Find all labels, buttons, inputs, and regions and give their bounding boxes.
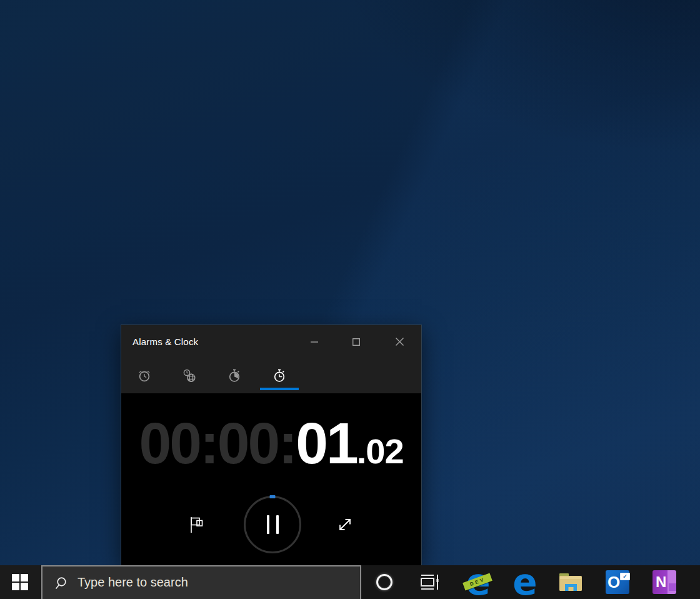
progress-tick xyxy=(270,495,276,498)
cortana-icon xyxy=(376,574,392,590)
edge-dev-icon: e DEV xyxy=(466,570,491,595)
file-explorer-icon xyxy=(558,571,583,593)
onenote-icon: N xyxy=(652,570,676,594)
cortana-button[interactable] xyxy=(374,565,395,599)
search-input[interactable]: Type here to search xyxy=(41,565,361,599)
stopwatch-time: 00:00:01.02 xyxy=(121,415,421,473)
edge-button[interactable]: e xyxy=(512,570,538,595)
expand-button[interactable] xyxy=(330,510,360,540)
pause-button[interactable] xyxy=(244,496,301,553)
world-clock-icon xyxy=(182,368,197,383)
outlook-letter: O xyxy=(608,573,620,592)
search-icon xyxy=(54,576,68,590)
tabstrip xyxy=(121,358,421,393)
titlebar[interactable]: Alarms & Clock xyxy=(121,325,421,358)
maximize-icon xyxy=(352,338,360,346)
window-title: Alarms & Clock xyxy=(132,325,198,358)
expand-arrows-icon xyxy=(337,516,353,533)
desktop-wallpaper: Alarms & Clock xyxy=(0,0,700,599)
onenote-corner-square xyxy=(669,583,676,591)
search-placeholder: Type here to search xyxy=(78,566,188,598)
tab-alarm[interactable] xyxy=(125,358,164,393)
minimize-icon xyxy=(311,341,318,343)
outlook-button[interactable]: O ✓ xyxy=(605,570,630,595)
flag-icon xyxy=(189,516,207,533)
timer-icon xyxy=(227,368,242,383)
tab-world-clock[interactable] xyxy=(170,358,209,393)
time-fraction: .02 xyxy=(357,431,404,471)
tab-stopwatch[interactable] xyxy=(260,358,299,393)
task-view-icon xyxy=(421,574,439,590)
edge-icon: e xyxy=(512,570,537,594)
alarm-clock-icon xyxy=(137,368,152,383)
stopwatch-panel: 00:00:01.02 xyxy=(121,393,421,565)
lap-button[interactable] xyxy=(183,510,213,540)
start-button[interactable] xyxy=(0,565,40,599)
onenote-letter: N xyxy=(656,573,666,591)
stopwatch-icon xyxy=(272,368,287,383)
onenote-button[interactable]: N xyxy=(652,570,677,595)
alarms-clock-window: Alarms & Clock xyxy=(121,325,422,565)
close-button[interactable] xyxy=(382,325,417,358)
tab-timer[interactable] xyxy=(215,358,254,393)
outlook-envelope-icon: ✓ xyxy=(620,573,630,580)
pause-icon xyxy=(267,515,279,534)
task-view-button[interactable] xyxy=(419,565,441,599)
selected-tab-indicator xyxy=(260,388,299,390)
maximize-button[interactable] xyxy=(339,325,374,358)
time-dim: 00:00: xyxy=(139,411,296,476)
file-explorer-button[interactable] xyxy=(558,570,583,595)
close-icon xyxy=(396,338,404,346)
edge-dev-button[interactable]: e DEV xyxy=(466,570,491,595)
taskbar: Type here to search e DEV e xyxy=(0,565,700,599)
time-main: 01 xyxy=(296,411,356,476)
outlook-icon: O ✓ xyxy=(606,570,629,594)
minimize-button[interactable] xyxy=(297,325,332,358)
windows-logo-icon xyxy=(12,574,28,590)
